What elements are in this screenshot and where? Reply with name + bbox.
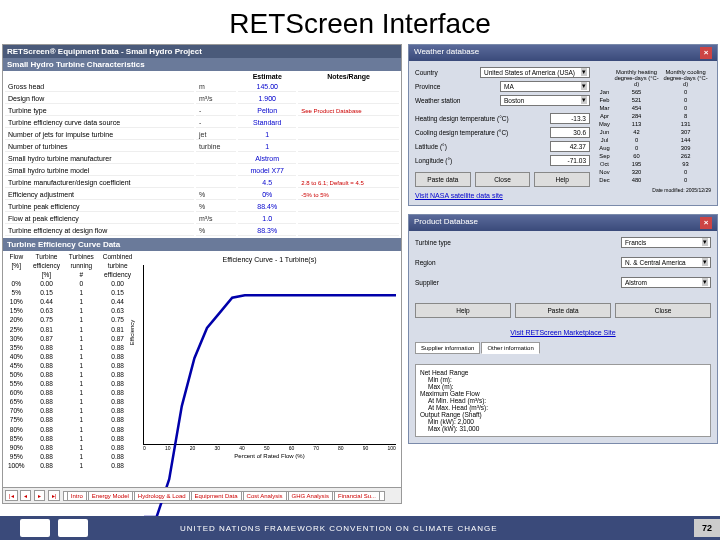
marketplace-link[interactable]: Visit RETScreen Marketplace Site (415, 329, 711, 336)
other-info-panel: Net Head Range Min (m): Max (m):Maximum … (415, 364, 711, 437)
region-select[interactable]: N. & Central America (621, 257, 711, 268)
heating-temp-input[interactable]: -13.3 (550, 113, 590, 124)
province-select[interactable]: MA (500, 81, 590, 92)
weather-data-table: Monthly heating degree-days (°C-d)Monthl… (596, 67, 711, 185)
close-button[interactable]: Close (615, 303, 711, 318)
help-button[interactable]: Help (534, 172, 590, 187)
tab-other-info[interactable]: Other information (481, 342, 539, 354)
info-tabs[interactable]: Supplier information Other information (415, 342, 711, 354)
retscreen-equipment-window: RETScreen® Equipment Data - Small Hydro … (2, 44, 402, 504)
section-turbine-char: Small Hydro Turbine Characteristics (3, 58, 401, 71)
paste-data-button[interactable]: Paste data (415, 172, 471, 187)
help-button[interactable]: Help (415, 303, 511, 318)
tab-supplier-info[interactable]: Supplier information (415, 342, 480, 354)
un-logo-icon (58, 519, 88, 537)
country-select[interactable]: United States of America (USA) (480, 67, 590, 78)
window-header: RETScreen® Equipment Data - Small Hydro … (3, 45, 401, 58)
efficiency-table: FlowTurbineTurbinesCombined [%]efficienc… (3, 251, 138, 471)
longitude-input[interactable]: -71.03 (550, 155, 590, 166)
nasa-link[interactable]: Visit NASA satellite data site (415, 192, 590, 199)
page-number: 72 (694, 519, 720, 537)
weather-database-window: Weather database× CountryUnited States o… (408, 44, 718, 206)
efficiency-chart: Efficiency Curve - 1 Turbine(s) Efficien… (138, 251, 401, 471)
close-button[interactable]: Close (475, 172, 531, 187)
paste-data-button[interactable]: Paste data (515, 303, 611, 318)
tab-prev-icon[interactable]: ◂ (20, 490, 31, 501)
product-database-window: Product Database× Turbine typeFrancis Re… (408, 214, 718, 444)
unfccc-logo-icon (20, 519, 50, 537)
tab-last-icon[interactable]: ▸| (48, 490, 61, 501)
turbine-type-select[interactable]: Francis (621, 237, 711, 248)
cooling-temp-input[interactable]: 30.6 (550, 127, 590, 138)
tab-first-icon[interactable]: |◂ (5, 490, 18, 501)
station-select[interactable]: Boston (500, 95, 590, 106)
tab-next-icon[interactable]: ▸ (34, 490, 45, 501)
latitude-input[interactable]: 42.37 (550, 141, 590, 152)
section-eff-curve: Turbine Efficiency Curve Data (3, 238, 401, 251)
footer: UNITED NATIONS FRAMEWORK CONVENTION ON C… (0, 516, 720, 540)
close-icon[interactable]: × (700, 47, 712, 59)
characteristics-table: EstimateNotes/Range Gross headm145.00Des… (3, 71, 401, 238)
page-title: RETScreen Interface (0, 0, 720, 44)
supplier-select[interactable]: Alstrom (621, 277, 711, 288)
close-icon[interactable]: × (700, 217, 712, 229)
sheet-tabs[interactable]: |◂ ◂ ▸ ▸| IntroEnergy ModelHydrology & L… (3, 487, 401, 503)
